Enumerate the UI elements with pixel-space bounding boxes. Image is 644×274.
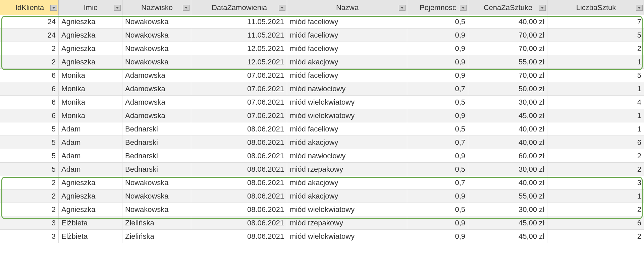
cell-nazwisko[interactable]: Nowakowska [122, 29, 191, 42]
table-row[interactable]: 2AgnieszkaNowakowska12.05.2021miód akacj… [0, 55, 644, 69]
cell-imie[interactable]: Adam [59, 149, 122, 163]
cell-nazwa[interactable]: miód wielokwiatowy [287, 203, 407, 216]
cell-liczba[interactable]: 5 [547, 69, 644, 82]
cell-pojemnosc[interactable]: 0,9 [407, 149, 468, 163]
cell-id[interactable]: 6 [0, 96, 59, 109]
cell-nazwisko[interactable]: Nowakowska [122, 189, 191, 203]
cell-liczba[interactable]: 1 [547, 122, 644, 136]
cell-liczba[interactable]: 6 [547, 136, 644, 149]
column-header-id[interactable]: IdKlienta [0, 0, 59, 15]
table-row[interactable]: 2AgnieszkaNowakowska08.06.2021miód akacj… [0, 176, 644, 189]
table-row[interactable]: 24AgnieszkaNowakowska11.05.2021miód face… [0, 15, 644, 29]
cell-nazwa[interactable]: miód faceliowy [287, 42, 407, 55]
cell-cena[interactable]: 45,00 zł [468, 216, 547, 230]
cell-pojemnosc[interactable]: 0,5 [407, 203, 468, 216]
cell-pojemnosc[interactable]: 0,9 [407, 42, 468, 55]
cell-nazwisko[interactable]: Bednarski [122, 163, 191, 176]
cell-data[interactable]: 07.06.2021 [191, 69, 287, 82]
cell-imie[interactable]: Agnieszka [59, 203, 122, 216]
cell-nazwisko[interactable]: Adamowska [122, 96, 191, 109]
cell-pojemnosc[interactable]: 0,9 [407, 216, 468, 230]
cell-nazwisko[interactable]: Nowakowska [122, 203, 191, 216]
cell-pojemnosc[interactable]: 0,5 [407, 163, 468, 176]
cell-pojemnosc[interactable]: 0,9 [407, 69, 468, 82]
table-row[interactable]: 3ElżbietaZielińska08.06.2021miód rzepako… [0, 216, 644, 230]
cell-nazwa[interactable]: miód akacjowy [287, 176, 407, 189]
cell-imie[interactable]: Monika [59, 96, 122, 109]
cell-imie[interactable]: Elżbieta [59, 230, 122, 243]
cell-pojemnosc[interactable]: 0,5 [407, 15, 468, 29]
cell-nazwisko[interactable]: Bednarski [122, 122, 191, 136]
table-row[interactable]: 5AdamBednarski08.06.2021miód rzepakowy0,… [0, 163, 644, 176]
filter-dropdown-icon[interactable] [114, 5, 121, 11]
cell-imie[interactable]: Agnieszka [59, 42, 122, 55]
cell-imie[interactable]: Agnieszka [59, 55, 122, 69]
cell-cena[interactable]: 55,00 zł [468, 189, 547, 203]
cell-cena[interactable]: 30,00 zł [468, 163, 547, 176]
cell-liczba[interactable]: 6 [547, 216, 644, 230]
cell-cena[interactable]: 50,00 zł [468, 82, 547, 96]
cell-cena[interactable]: 30,00 zł [468, 96, 547, 109]
filter-dropdown-icon[interactable] [183, 5, 190, 11]
cell-liczba[interactable]: 3 [547, 176, 644, 189]
cell-cena[interactable]: 30,00 zł [468, 203, 547, 216]
cell-nazwa[interactable]: miód wielokwiatowy [287, 230, 407, 243]
cell-id[interactable]: 2 [0, 203, 59, 216]
cell-imie[interactable]: Monika [59, 109, 122, 122]
cell-nazwa[interactable]: miód akacjowy [287, 55, 407, 69]
cell-data[interactable]: 08.06.2021 [191, 149, 287, 163]
cell-nazwa[interactable]: miód faceliowy [287, 29, 407, 42]
column-header-liczba[interactable]: LiczbaSztuk [547, 0, 644, 15]
cell-liczba[interactable]: 1 [547, 82, 644, 96]
cell-id[interactable]: 2 [0, 55, 59, 69]
cell-pojemnosc[interactable]: 0,9 [407, 189, 468, 203]
cell-cena[interactable]: 40,00 zł [468, 15, 547, 29]
table-row[interactable]: 5AdamBednarski08.06.2021miód nawłociowy0… [0, 149, 644, 163]
cell-liczba[interactable]: 5 [547, 29, 644, 42]
cell-data[interactable]: 07.06.2021 [191, 96, 287, 109]
cell-id[interactable]: 5 [0, 136, 59, 149]
column-header-nazwisko[interactable]: Nazwisko [122, 0, 191, 15]
cell-nazwisko[interactable]: Zielińska [122, 230, 191, 243]
cell-pojemnosc[interactable]: 0,7 [407, 176, 468, 189]
cell-id[interactable]: 6 [0, 109, 59, 122]
filter-dropdown-icon[interactable] [636, 5, 643, 11]
cell-imie[interactable]: Agnieszka [59, 176, 122, 189]
cell-nazwisko[interactable]: Nowakowska [122, 15, 191, 29]
cell-data[interactable]: 11.05.2021 [191, 29, 287, 42]
cell-liczba[interactable]: 2 [547, 42, 644, 55]
table-row[interactable]: 24AgnieszkaNowakowska11.05.2021miód face… [0, 29, 644, 42]
cell-id[interactable]: 3 [0, 216, 59, 230]
cell-nazwa[interactable]: miód nawłociowy [287, 82, 407, 96]
data-grid[interactable]: IdKlienta Imie Nazwisko DataZamowienia N… [0, 0, 644, 243]
cell-imie[interactable]: Monika [59, 69, 122, 82]
cell-liczba[interactable]: 1 [547, 109, 644, 122]
cell-cena[interactable]: 40,00 zł [468, 176, 547, 189]
cell-pojemnosc[interactable]: 0,7 [407, 136, 468, 149]
cell-imie[interactable]: Elżbieta [59, 216, 122, 230]
cell-nazwisko[interactable]: Adamowska [122, 82, 191, 96]
cell-imie[interactable]: Monika [59, 82, 122, 96]
cell-id[interactable]: 5 [0, 122, 59, 136]
cell-imie[interactable]: Agnieszka [59, 189, 122, 203]
cell-data[interactable]: 08.06.2021 [191, 216, 287, 230]
cell-pojemnosc[interactable]: 0,9 [407, 55, 468, 69]
table-row[interactable]: 2AgnieszkaNowakowska08.06.2021miód akacj… [0, 189, 644, 203]
cell-data[interactable]: 08.06.2021 [191, 203, 287, 216]
cell-id[interactable]: 2 [0, 176, 59, 189]
cell-nazwisko[interactable]: Bednarski [122, 149, 191, 163]
cell-data[interactable]: 11.05.2021 [191, 15, 287, 29]
cell-cena[interactable]: 40,00 zł [468, 136, 547, 149]
column-header-data[interactable]: DataZamowienia [191, 0, 287, 15]
cell-cena[interactable]: 70,00 zł [468, 69, 547, 82]
column-header-pojemnosc[interactable]: Pojemnosc [407, 0, 468, 15]
filter-dropdown-icon[interactable] [399, 5, 406, 11]
cell-imie[interactable]: Adam [59, 122, 122, 136]
cell-cena[interactable]: 45,00 zł [468, 230, 547, 243]
cell-imie[interactable]: Adam [59, 163, 122, 176]
table-row[interactable]: 6MonikaAdamowska07.06.2021miód faceliowy… [0, 69, 644, 82]
cell-nazwa[interactable]: miód rzepakowy [287, 216, 407, 230]
cell-pojemnosc[interactable]: 0,9 [407, 230, 468, 243]
cell-data[interactable]: 07.06.2021 [191, 109, 287, 122]
cell-liczba[interactable]: 1 [547, 189, 644, 203]
